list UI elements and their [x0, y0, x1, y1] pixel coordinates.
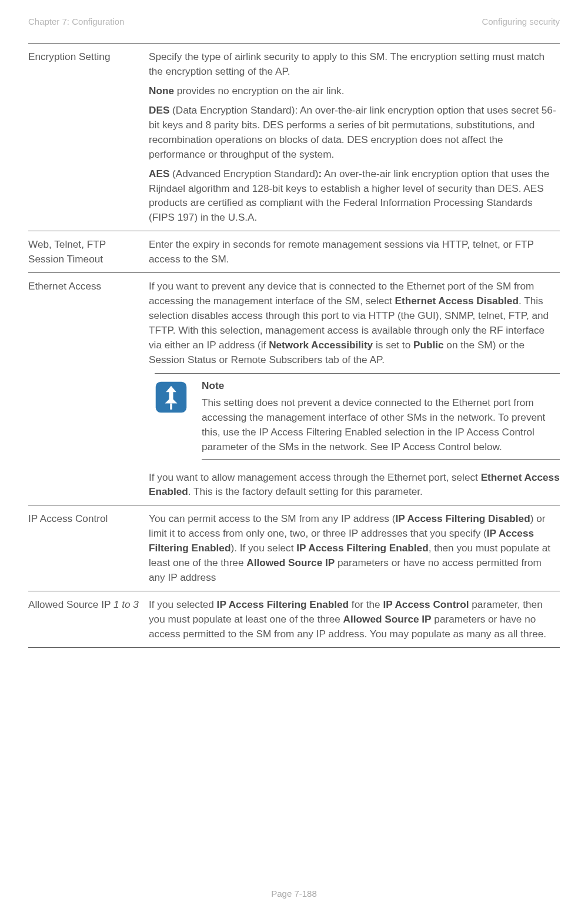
desc-ip-access-control: You can permit access to the SM from any… [149, 505, 560, 591]
page: Chapter 7: Configuration Configuring sec… [0, 0, 588, 915]
term-encryption-setting: Encryption Setting [28, 44, 149, 231]
para: DES (Data Encryption Standard): An over-… [149, 103, 560, 162]
note-text: Note This setting does not prevent a dev… [202, 378, 560, 460]
term-ethernet-access: Ethernet Access [28, 273, 149, 505]
bold-allowed-source-ip: Allowed Source IP [246, 557, 335, 568]
page-footer: Page 7-188 [0, 889, 588, 899]
svg-rect-1 [170, 403, 172, 410]
bold-filter-disabled: IP Access Filtering Disabled [395, 513, 530, 524]
pin-icon [155, 381, 188, 414]
row-ip-access-control: IP Access Control You can permit access … [28, 505, 560, 591]
desc-encryption-setting: Specify the type of airlink security to … [149, 44, 560, 231]
para: None provides no encryption on the air l… [149, 84, 560, 98]
para: If you selected IP Access Filtering Enab… [149, 597, 560, 641]
text: . This is the factory default setting fo… [188, 485, 423, 497]
bold-aes: AES [149, 168, 169, 179]
para: AES (Advanced Encryption Standard): An o… [149, 167, 560, 225]
text: If you want to allow management access t… [149, 471, 481, 483]
text: Allowed Source IP [28, 598, 113, 610]
text: for the [349, 598, 383, 610]
text: (Data Encryption Standard): An over-the-… [149, 104, 556, 160]
bold-ip-access-control: IP Access Control [383, 598, 469, 610]
bold-filter-enabled-3: IP Access Filtering Enabled [217, 598, 349, 610]
header-right: Configuring security [482, 16, 560, 26]
text: is set to [373, 339, 413, 351]
note-title: Note [202, 378, 560, 393]
para: If you want to prevent any device that i… [149, 279, 560, 367]
definition-table: Encryption Setting Specify the type of a… [28, 43, 560, 648]
para: Specify the type of airlink security to … [149, 49, 560, 79]
term-ip-access-control: IP Access Control [28, 505, 149, 591]
desc-ethernet-access: If you want to prevent any device that i… [149, 273, 560, 505]
text: If you selected [149, 598, 217, 610]
italic-1-to-3: 1 to 3 [113, 598, 139, 610]
note-body: This setting does not prevent a device c… [202, 395, 560, 454]
para: If you want to allow management access t… [149, 470, 560, 500]
page-header: Chapter 7: Configuration Configuring sec… [28, 16, 560, 26]
para: Enter the expiry in seconds for remote m… [149, 237, 560, 267]
note-icon-cell [155, 378, 202, 460]
row-encryption-setting: Encryption Setting Specify the type of a… [28, 44, 560, 231]
text: (Advanced Encryption Standard) [169, 168, 318, 179]
desc-allowed-source-ip: If you selected IP Access Filtering Enab… [149, 591, 560, 648]
term-web-telnet-ftp: Web, Telnet, FTP Session Timeout [28, 231, 149, 273]
bold-none: None [149, 85, 174, 97]
bold-eth-disabled: Ethernet Access Disabled [395, 295, 518, 307]
row-web-telnet-ftp: Web, Telnet, FTP Session Timeout Enter t… [28, 231, 560, 273]
bold-network-accessibility: Network Accessibility [269, 339, 373, 351]
desc-web-telnet-ftp: Enter the expiry in seconds for remote m… [149, 231, 560, 273]
text: ). If you select [230, 542, 296, 554]
para: You can permit access to the SM from any… [149, 511, 560, 585]
term-allowed-source-ip: Allowed Source IP 1 to 3 [28, 591, 149, 648]
note-inner: Note This setting does not prevent a dev… [155, 374, 560, 464]
bold-public: Public [413, 339, 444, 351]
bold-des: DES [149, 104, 169, 116]
header-left: Chapter 7: Configuration [28, 16, 124, 26]
note-block: Note This setting does not prevent a dev… [155, 373, 560, 464]
row-ethernet-access: Ethernet Access If you want to prevent a… [28, 273, 560, 505]
bold-filter-enabled-2: IP Access Filtering Enabled [296, 542, 428, 554]
row-allowed-source-ip: Allowed Source IP 1 to 3 If you selected… [28, 591, 560, 648]
text: You can permit access to the SM from any… [149, 513, 395, 524]
text: provides no encryption on the air link. [174, 85, 345, 97]
bold-allowed-source-ip-2: Allowed Source IP [343, 613, 432, 625]
